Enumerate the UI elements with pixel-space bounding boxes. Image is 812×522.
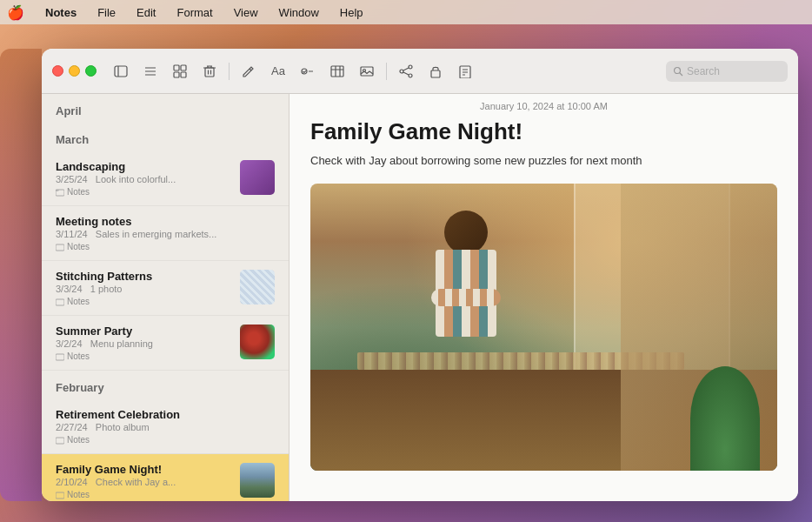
menu-window[interactable]: Window	[276, 4, 323, 21]
note-folder: Notes	[56, 297, 233, 306]
svg-rect-32	[431, 70, 440, 77]
search-box[interactable]: Search	[666, 61, 788, 82]
editor-content[interactable]: Family Game Night! Check with Jay about …	[290, 118, 798, 501]
note-folder: Notes	[56, 187, 233, 197]
svg-point-28	[400, 70, 403, 73]
traffic-lights	[52, 65, 97, 77]
folder-icon	[56, 188, 64, 197]
note-text-family-game: Family Game Night! 2/10/24 Check with Ja…	[56, 463, 233, 499]
note-text-stitching: Stitching Patterns 3/3/24 1 photo Notes	[56, 270, 233, 306]
note-item-meeting[interactable]: Meeting notes 3/11/24 Sales in emerging …	[42, 206, 289, 261]
export-icon	[458, 64, 472, 78]
svg-rect-7	[174, 72, 179, 77]
list-icon	[143, 64, 157, 78]
svg-line-31	[403, 72, 409, 75]
note-text-landscaping: Landscaping 3/25/24 Look into colorful..…	[56, 160, 233, 197]
svg-rect-5	[174, 65, 179, 70]
toolbar: Aa	[42, 49, 798, 94]
note-title: Landscaping	[56, 160, 233, 173]
note-folder: Notes	[56, 490, 233, 499]
note-item-landscaping[interactable]: Landscaping 3/25/24 Look into colorful..…	[42, 151, 289, 206]
side-strip	[0, 49, 42, 501]
note-item-summer[interactable]: Summer Party 3/2/24 Menu planning Notes	[42, 316, 289, 371]
trash-icon	[203, 64, 216, 78]
menu-format[interactable]: Format	[173, 4, 216, 21]
note-meta: 3/25/24 Look into colorful...	[56, 174, 233, 184]
editor-image	[310, 184, 777, 471]
menu-view[interactable]: View	[230, 4, 262, 21]
note-meta: 3/2/24 Menu planning	[56, 338, 233, 349]
note-title: Family Game Night!	[56, 463, 233, 476]
note-title: Summer Party	[56, 325, 233, 338]
minimize-button[interactable]	[69, 65, 80, 77]
month-february: February	[42, 371, 289, 399]
note-text-retirement: Retirement Celebration 2/27/24 Photo alb…	[56, 408, 275, 445]
note-title: Retirement Celebration	[56, 408, 275, 421]
note-thumbnail	[240, 160, 275, 195]
checklist-icon	[301, 64, 315, 78]
note-thumbnail	[240, 325, 275, 359]
svg-rect-8	[181, 72, 186, 77]
grid-view-button[interactable]	[168, 59, 192, 84]
svg-rect-9	[205, 68, 214, 77]
export-button[interactable]	[453, 59, 477, 84]
table-button[interactable]	[325, 59, 349, 84]
checklist-button[interactable]	[296, 59, 320, 84]
font-button[interactable]: Aa	[266, 59, 290, 84]
menu-file[interactable]: File	[94, 4, 119, 21]
sidebar: April March Landscaping 3/25/24 Look int…	[42, 94, 290, 501]
editor-title: Family Game Night!	[310, 118, 777, 145]
note-title: Meeting notes	[56, 215, 275, 228]
lock-button[interactable]	[423, 59, 448, 84]
note-text-summer: Summer Party 3/2/24 Menu planning Notes	[56, 325, 233, 361]
note-item-retirement[interactable]: Retirement Celebration 2/27/24 Photo alb…	[42, 399, 289, 454]
svg-rect-25	[361, 67, 373, 76]
svg-line-19	[304, 70, 306, 73]
attachment-button[interactable]	[355, 59, 379, 84]
note-meta: 2/27/24 Photo album	[56, 422, 275, 432]
search-icon	[673, 66, 683, 77]
list-view-button[interactable]	[138, 59, 163, 84]
editor-body[interactable]: Check with Jay about borrowing some new …	[310, 152, 777, 170]
grid-icon	[173, 64, 187, 78]
svg-rect-40	[56, 244, 64, 251]
main-window: Aa	[42, 49, 798, 501]
search-placeholder: Search	[687, 65, 720, 77]
svg-point-37	[675, 67, 681, 73]
toolbar-separator-1	[229, 63, 230, 80]
note-item-family-game[interactable]: Family Game Night! 2/10/24 Check with Ja…	[42, 454, 289, 501]
menu-notes[interactable]: Notes	[42, 4, 80, 21]
sidebar-toggle-button[interactable]	[109, 59, 133, 84]
svg-point-27	[409, 65, 412, 69]
photo-icon	[360, 64, 374, 78]
share-icon	[399, 64, 413, 78]
fullscreen-button[interactable]	[85, 65, 97, 77]
lock-icon	[429, 64, 443, 78]
note-editor: January 10, 2024 at 10:00 AM Family Game…	[290, 94, 798, 501]
note-item-stitching[interactable]: Stitching Patterns 3/3/24 1 photo Notes	[42, 261, 289, 316]
share-button[interactable]	[394, 59, 418, 84]
delete-button[interactable]	[197, 59, 222, 84]
note-meta: 3/11/24 Sales in emerging markets...	[56, 229, 275, 239]
folder-icon	[56, 298, 64, 306]
boy-figure	[427, 211, 505, 385]
image-content	[310, 184, 777, 471]
folder-icon	[56, 491, 64, 499]
menu-help[interactable]: Help	[336, 4, 367, 21]
content-area: April March Landscaping 3/25/24 Look int…	[42, 94, 798, 501]
apple-menu[interactable]: 🍎	[7, 4, 24, 21]
svg-rect-21	[331, 66, 343, 77]
note-folder: Notes	[56, 351, 233, 361]
sidebar-icon	[114, 64, 128, 78]
month-april: April	[42, 94, 289, 123]
folder-icon	[56, 352, 64, 361]
note-meta: 3/3/24 1 photo	[56, 284, 233, 294]
note-folder: Notes	[56, 242, 275, 251]
svg-rect-41	[56, 299, 64, 305]
menu-edit[interactable]: Edit	[133, 4, 159, 21]
new-note-button[interactable]	[236, 59, 261, 84]
close-button[interactable]	[52, 65, 63, 77]
month-march: March	[42, 123, 289, 151]
note-thumbnail	[240, 270, 275, 304]
svg-line-38	[680, 72, 683, 76]
